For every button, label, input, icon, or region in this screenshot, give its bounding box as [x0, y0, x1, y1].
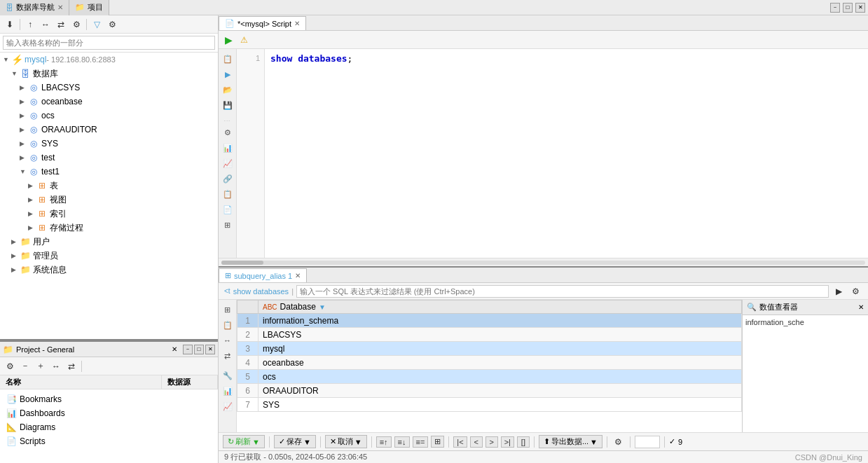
- refresh-button[interactable]: ↻ 刷新 ▼: [223, 435, 265, 448]
- nav-add-row-btn[interactable]: []: [517, 436, 530, 448]
- editor-tab-close[interactable]: ✕: [294, 20, 300, 27]
- stb-btn-3[interactable]: 📂: [221, 83, 235, 97]
- table-row[interactable]: 7 SYS: [237, 398, 742, 412]
- tree-item-admins[interactable]: ▶ 📁 管理员: [0, 249, 218, 263]
- filter-right-btn[interactable]: ▶: [832, 284, 846, 298]
- project-nav-btn[interactable]: ⇄: [64, 359, 78, 373]
- filter-config-btn[interactable]: ⚙: [848, 284, 862, 298]
- tree-item-procs[interactable]: ▶ ⊞ 存储过程: [0, 221, 218, 235]
- editor-content-area[interactable]: show databases ;: [265, 49, 868, 258]
- col-header-database[interactable]: ABC Database ▼: [259, 300, 742, 314]
- stb-btn-9[interactable]: 📋: [221, 187, 235, 201]
- res-stb-1[interactable]: ⊞: [221, 303, 235, 317]
- project-maximize-btn[interactable]: ✕: [205, 345, 215, 354]
- project-item-bookmarks[interactable]: 📑 Bookmarks: [0, 392, 218, 406]
- nav-filter-btn[interactable]: ≡=: [413, 436, 429, 448]
- run-query-btn[interactable]: ▶: [221, 33, 235, 47]
- nav-sync-btn[interactable]: ⇄: [54, 18, 68, 32]
- tree-item-test1[interactable]: ▼ ◎ test1: [0, 165, 218, 179]
- table-row[interactable]: 2 LBACSYS: [237, 328, 742, 342]
- db-nav-search-input[interactable]: [3, 36, 215, 50]
- stb-btn-2[interactable]: ▶: [221, 67, 235, 81]
- table-row[interactable]: 1 information_schema: [237, 314, 742, 328]
- save-button[interactable]: ✓ 保存 ▼: [274, 435, 316, 448]
- tree-item-indexes[interactable]: ▶ ⊞ 索引: [0, 207, 218, 221]
- results-tab-subquery[interactable]: ⊞ subquery_alias 1 ✕: [219, 268, 307, 282]
- nav-up-btn[interactable]: ↑: [23, 18, 37, 32]
- project-settings-btn[interactable]: ⚙: [3, 359, 17, 373]
- res-stb-6[interactable]: 📊: [221, 384, 235, 398]
- minimize-button[interactable]: －: [830, 3, 840, 13]
- nav-prev-btn[interactable]: <: [470, 436, 483, 448]
- tab-project[interactable]: 📁 项目: [69, 0, 109, 15]
- table-scroll-wrap[interactable]: ABC Database ▼ 1: [237, 300, 742, 432]
- tree-item-test[interactable]: ▶ ◎ test: [0, 151, 218, 165]
- project-restore-btn[interactable]: □: [194, 345, 204, 354]
- results-settings-btn[interactable]: ⚙: [612, 435, 626, 449]
- results-tab-close[interactable]: ✕: [295, 272, 301, 279]
- project-item-scripts[interactable]: 📄 Scripts: [0, 434, 218, 448]
- tree-item-sys[interactable]: ▶ ◎ SYS: [0, 137, 218, 151]
- nav-sql-btn[interactable]: ⊞: [431, 436, 444, 448]
- project-plus-btn[interactable]: ＋: [34, 359, 48, 373]
- filter-btn[interactable]: ▽: [90, 18, 104, 32]
- nav-sort-asc-btn[interactable]: ≡↑: [376, 436, 392, 448]
- warn-btn[interactable]: ⚠: [237, 33, 251, 47]
- project-panel-close[interactable]: ✕: [172, 345, 177, 353]
- res-stb-4[interactable]: ⇄: [221, 349, 235, 363]
- editor-scrollbar[interactable]: [219, 258, 868, 266]
- tree-item-ocs[interactable]: ▶ ◎ ocs: [0, 109, 218, 123]
- export-dropdown-icon[interactable]: ▼: [590, 438, 598, 446]
- tree-item-db-group[interactable]: ▼ 🗄 数据库: [0, 67, 218, 81]
- res-stb-3[interactable]: ↔: [221, 333, 235, 347]
- tree-item-tables[interactable]: ▶ ⊞ 表: [0, 179, 218, 193]
- maximize-button[interactable]: ✕: [855, 3, 865, 13]
- project-minus-btn[interactable]: －: [18, 359, 32, 373]
- table-row[interactable]: 6 ORAAUDITOR: [237, 384, 742, 398]
- cancel-button[interactable]: ✕ 取消 ▼: [325, 435, 367, 448]
- stb-btn-11[interactable]: ⊞: [221, 218, 235, 232]
- nav-down-btn[interactable]: ⬇: [3, 18, 17, 32]
- table-row[interactable]: 3 mysql: [237, 342, 742, 356]
- nav-sort-desc-btn[interactable]: ≡↓: [394, 436, 410, 448]
- stb-btn-10[interactable]: 📄: [221, 202, 235, 216]
- cancel-dropdown-icon[interactable]: ▼: [354, 438, 362, 446]
- project-minimize-btn[interactable]: －: [183, 345, 193, 354]
- stb-btn-5[interactable]: ⚙: [221, 125, 235, 139]
- rows-limit-input[interactable]: 200: [635, 436, 660, 448]
- nav-refresh-btn[interactable]: ↔: [39, 18, 53, 32]
- stb-btn-4[interactable]: 💾: [221, 98, 235, 112]
- editor-tab-mysql-script[interactable]: 📄 *<mysql> Script ✕: [219, 16, 306, 30]
- tree-item-lbacsys[interactable]: ▶ ◎ LBACSYS: [0, 81, 218, 95]
- export-button[interactable]: ⬆ 导出数据... ▼: [539, 435, 602, 448]
- table-row[interactable]: 4 oceanbase: [237, 356, 742, 370]
- tree-item-sysinfo[interactable]: ▶ 📁 系统信息: [0, 263, 218, 277]
- save-dropdown-icon[interactable]: ▼: [303, 438, 311, 446]
- stb-btn-6[interactable]: 📊: [221, 141, 235, 155]
- filter-config-btn[interactable]: ⚙: [105, 18, 119, 32]
- value-inspector-close[interactable]: ✕: [858, 303, 864, 311]
- tree-item-users[interactable]: ▶ 📁 用户: [0, 235, 218, 249]
- project-item-diagrams[interactable]: 📐 Diagrams: [0, 420, 218, 434]
- project-item-dashboards[interactable]: 📊 Dashboards: [0, 406, 218, 420]
- table-row[interactable]: 5 ocs: [237, 370, 742, 384]
- tab-db-navigator[interactable]: 🗄 数据库导航 ✕: [0, 0, 69, 15]
- stb-btn-7[interactable]: 📈: [221, 156, 235, 170]
- nav-settings-btn[interactable]: ⚙: [69, 18, 83, 32]
- results-filter-input[interactable]: [296, 285, 829, 298]
- res-stb-5[interactable]: 🔧: [221, 368, 235, 382]
- tree-item-oraauditor[interactable]: ▶ ◎ ORAAUDITOR: [0, 123, 218, 137]
- tree-item-oceanbase[interactable]: ▶ ◎ oceanbase: [0, 95, 218, 109]
- restore-button[interactable]: □: [843, 3, 853, 13]
- stb-btn-1[interactable]: 📋: [221, 52, 235, 66]
- nav-last-btn[interactable]: >|: [501, 436, 514, 448]
- refresh-dropdown-icon[interactable]: ▼: [252, 438, 260, 446]
- nav-first-btn[interactable]: |<: [453, 436, 467, 448]
- tree-item-views[interactable]: ▶ ⊞ 视图: [0, 193, 218, 207]
- res-stb-7[interactable]: 📈: [221, 399, 235, 413]
- res-stb-2[interactable]: 📋: [221, 318, 235, 332]
- db-nav-tab-close[interactable]: ✕: [57, 4, 63, 11]
- tree-item-connection[interactable]: ▼ ⚡ mysql - 192.168.80.6:2883: [0, 53, 218, 67]
- col-menu-icon[interactable]: ▼: [319, 303, 326, 311]
- nav-next-btn[interactable]: >: [485, 436, 498, 448]
